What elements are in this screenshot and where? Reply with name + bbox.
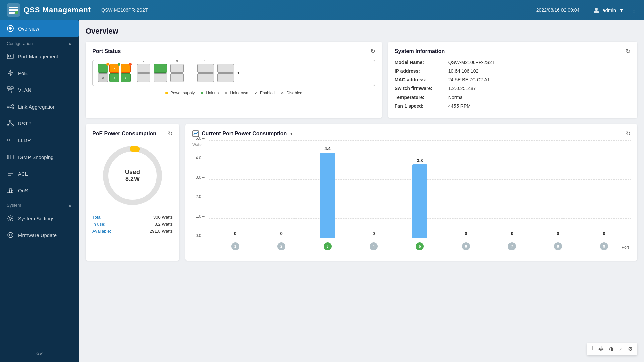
poe-inuse-row: In use: 8.2 Watts <box>92 222 173 227</box>
svg-point-4 <box>15 11 18 14</box>
port-3-top: 3 <box>109 64 119 73</box>
system-section-label: System <box>7 203 21 208</box>
fan-label: Fan 1 speed: <box>395 103 448 109</box>
port-status-card: Port Status ↻ 1 <box>86 42 382 118</box>
x-circle-port-1: 1 <box>231 242 239 250</box>
toolbar-lang-button[interactable]: 英 <box>597 345 605 353</box>
sfp-port-2-top <box>217 64 234 73</box>
header-more-icon[interactable]: ⋮ <box>631 6 637 14</box>
chart-area: Watts 5.0 – 4.0 – 3.0 – 2.0 – 1.0 – 0.0 … <box>192 141 631 255</box>
layout: Overview Configuration ▲ Port Management… <box>0 20 644 362</box>
svg-point-41 <box>8 232 13 238</box>
sidebar-rstp-label: RSTP <box>18 121 32 126</box>
ip-value: 10.64.106.102 <box>448 68 479 74</box>
sidebar-igmp-label: IGMP Snooping <box>18 154 54 160</box>
svg-rect-29 <box>11 139 13 141</box>
mac-row: MAC address: 24:5E:BE:7C:C2:A1 <box>395 77 631 82</box>
donut-center: Used 8.2W <box>125 169 140 183</box>
toolbar-contrast-button[interactable]: ◑ <box>608 345 615 353</box>
sidebar-firmware-update-label: Firmware Update <box>18 232 57 238</box>
x-circle-port-7: 7 <box>508 242 516 250</box>
sidebar-item-qos[interactable]: QoS <box>0 182 79 199</box>
svg-rect-3 <box>9 12 15 14</box>
mac-value: 24:5E:BE:7C:C2:A1 <box>448 77 490 82</box>
port-8-top <box>154 64 167 73</box>
sidebar-system-settings-label: System Settings <box>18 216 54 221</box>
port-8-bottom <box>154 73 167 82</box>
donut-container: Used 8.2W <box>92 142 173 209</box>
sidebar-item-port-management[interactable]: Port Management <box>0 48 79 65</box>
sidebar-item-rstp[interactable]: RSTP <box>0 115 79 132</box>
sidebar-lldp-label: LLDP <box>18 137 31 143</box>
poe-available-label: Available: <box>92 229 111 234</box>
sidebar-item-poe[interactable]: PoE <box>0 65 79 81</box>
svg-rect-11 <box>12 55 12 57</box>
bar-value-label-port-4: 0 <box>372 231 375 236</box>
poe-refresh-button[interactable]: ↻ <box>168 130 173 137</box>
chart-refresh-button[interactable]: ↻ <box>626 130 631 137</box>
ip-row: IP address: 10.64.106.102 <box>395 68 631 74</box>
port-5-bottom: 6 <box>121 73 131 82</box>
overview-icon <box>7 25 14 32</box>
rstp-icon <box>7 120 14 127</box>
poe-total-value: 300 Watts <box>153 215 173 220</box>
poe-available-row: Available: 291.8 Watts <box>92 229 173 234</box>
x-label-port-1: 1 <box>212 242 258 250</box>
svg-point-19 <box>12 105 14 106</box>
svg-rect-28 <box>8 139 10 141</box>
x-label-port-2: 2 <box>258 242 304 250</box>
svg-line-26 <box>8 122 10 125</box>
logo-icon <box>7 3 20 17</box>
svg-rect-13 <box>11 87 13 89</box>
sidebar-item-lldp[interactable]: LLDP <box>0 132 79 148</box>
temp-label: Temperature: <box>395 95 448 100</box>
port-7-bottom <box>137 73 150 82</box>
header-divider <box>96 5 96 15</box>
svg-point-5 <box>595 8 598 10</box>
sidebar-item-igmp-snooping[interactable]: IGMP Snooping <box>0 148 79 165</box>
x-circle-port-5: 5 <box>416 242 424 250</box>
toolbar-cursor-button[interactable]: I <box>590 345 594 353</box>
sidebar-item-link-aggregation[interactable]: Link Aggregation <box>0 98 79 115</box>
chart-dropdown-arrow[interactable]: ▼ <box>289 131 293 136</box>
x-label-port-4: 4 <box>351 242 396 250</box>
sidebar-item-firmware-update[interactable]: Firmware Update <box>0 227 79 243</box>
sidebar-poe-label: PoE <box>18 70 28 76</box>
configuration-chevron: ▲ <box>68 41 72 46</box>
bar-port-3 <box>320 153 335 238</box>
header-divider2 <box>586 5 586 15</box>
poe-title: PoE Power Consumption <box>92 131 156 137</box>
sidebar-item-vlan[interactable]: VLAN <box>0 81 79 98</box>
sidebar-collapse-button[interactable]: «« <box>36 350 43 357</box>
sidebar-item-system-settings[interactable]: System Settings <box>0 210 79 227</box>
legend-disabled: ✕ Disabled <box>281 90 302 95</box>
port-1-bottom: 2 <box>98 73 108 82</box>
sidebar-vlan-label: VLAN <box>18 87 31 93</box>
temp-row: Temperature: Normal <box>395 95 631 100</box>
header-user[interactable]: admin ▼ <box>593 7 624 13</box>
sidebar-bottom: «« <box>0 345 79 362</box>
x-label-port-3: 3 <box>305 242 351 250</box>
sidebar-system-section: System ▲ <box>0 199 79 210</box>
svg-point-23 <box>10 120 11 122</box>
toolbar-settings-button[interactable]: ⚙ <box>627 345 634 353</box>
acl-icon <box>7 170 14 177</box>
sidebar-item-overview[interactable]: Overview <box>0 20 79 37</box>
sidebar-configuration-section: Configuration ▲ <box>0 37 79 48</box>
temp-value: Normal <box>448 95 464 100</box>
port-status-refresh-button[interactable]: ↻ <box>370 48 375 55</box>
bar-value-label-port-7: 0 <box>511 231 513 236</box>
port-5-top: 5 <box>121 64 131 73</box>
sidebar-qos-label: QoS <box>18 188 28 193</box>
header-user-arrow: ▼ <box>619 7 624 13</box>
system-info-refresh-button[interactable]: ↻ <box>626 48 631 55</box>
poe-total-label: Total: <box>92 215 103 220</box>
chart-header: Current Port Power Consumption ▼ ↻ <box>192 130 631 137</box>
x-circle-port-9: 9 <box>600 242 608 250</box>
bar-group-port-7: 0 <box>489 141 535 238</box>
vlan-icon <box>7 86 14 94</box>
toolbar-search-button[interactable]: ⌕ <box>618 345 624 353</box>
sidebar-item-acl[interactable]: ACL <box>0 165 79 182</box>
chart-y-label: Watts <box>192 142 202 147</box>
lldp-icon <box>7 136 14 144</box>
